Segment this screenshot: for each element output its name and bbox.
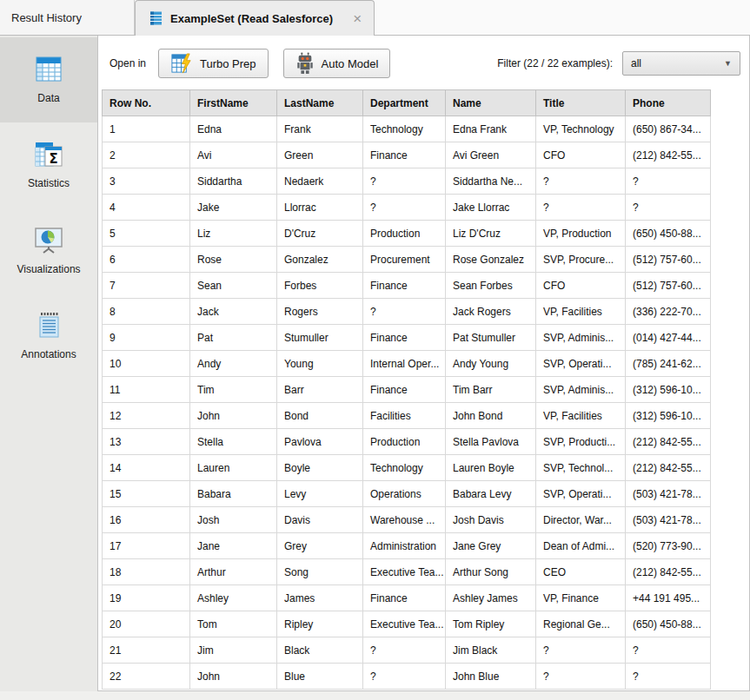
- table-cell[interactable]: VP, Finance: [536, 585, 626, 611]
- table-cell[interactable]: Siddartha: [190, 168, 277, 195]
- table-cell[interactable]: 6: [103, 247, 190, 273]
- table-cell[interactable]: (503) 421-78...: [626, 481, 711, 507]
- table-cell[interactable]: Lauren: [190, 455, 277, 481]
- table-cell[interactable]: Young: [277, 351, 363, 377]
- table-cell[interactable]: Davis: [277, 507, 363, 533]
- table-cell[interactable]: Finance: [363, 377, 446, 403]
- table-cell[interactable]: Avi: [190, 142, 277, 168]
- table-cell[interactable]: CEO: [536, 559, 626, 585]
- table-cell[interactable]: (650) 867-34...: [626, 116, 711, 142]
- table-cell[interactable]: 3: [103, 168, 190, 195]
- table-cell[interactable]: 20: [103, 611, 190, 637]
- table-row[interactable]: 9PatStumullerFinancePat StumullerSVP, Ad…: [103, 325, 711, 351]
- table-cell[interactable]: ?: [536, 168, 626, 195]
- table-cell[interactable]: 21: [103, 637, 190, 664]
- table-cell[interactable]: Finance: [363, 142, 446, 168]
- column-header-department[interactable]: Department: [363, 90, 446, 116]
- table-cell[interactable]: (212) 842-55...: [626, 559, 711, 585]
- table-cell[interactable]: John Blue: [446, 664, 536, 690]
- table-cell[interactable]: ?: [363, 637, 446, 664]
- table-row[interactable]: 5LizD'CruzProductionLiz D'CruzVP, Produc…: [103, 221, 711, 247]
- table-cell[interactable]: ?: [363, 195, 446, 221]
- tab-exampleset[interactable]: ExampleSet (Read Salesforce) ×: [135, 0, 375, 36]
- table-cell[interactable]: Tom Ripley: [446, 611, 536, 637]
- table-cell[interactable]: Jim Black: [446, 637, 536, 664]
- tab-result-history[interactable]: Result History: [0, 0, 135, 35]
- table-cell[interactable]: (512) 757-60...: [626, 273, 711, 299]
- table-cell[interactable]: +44 191 495...: [626, 585, 711, 611]
- table-cell[interactable]: CFO: [536, 142, 626, 168]
- table-cell[interactable]: 12: [103, 403, 190, 429]
- table-row[interactable]: 11TimBarrFinanceTim BarrSVP, Adminis...(…: [103, 377, 711, 403]
- table-cell[interactable]: Song: [277, 559, 363, 585]
- table-cell[interactable]: Jane Grey: [446, 533, 536, 559]
- table-cell[interactable]: Josh Davis: [446, 507, 536, 533]
- table-cell[interactable]: Technology: [363, 455, 446, 481]
- table-cell[interactable]: Ripley: [277, 611, 363, 637]
- table-cell[interactable]: 4: [103, 195, 190, 221]
- table-cell[interactable]: Avi Green: [446, 142, 536, 168]
- table-row[interactable]: 8JackRogers?Jack RogersVP, Facilities(33…: [103, 299, 711, 325]
- table-cell[interactable]: (312) 596-10...: [626, 377, 711, 403]
- table-cell[interactable]: Rogers: [277, 299, 363, 325]
- table-cell[interactable]: 13: [103, 429, 190, 455]
- table-cell[interactable]: Rose Gonzalez: [446, 247, 536, 273]
- table-cell[interactable]: Production: [363, 221, 446, 247]
- table-row[interactable]: 16JoshDavisWarehouse ...Josh DavisDirect…: [103, 507, 711, 533]
- table-cell[interactable]: Andy: [190, 351, 277, 377]
- table-cell[interactable]: Jake Llorrac: [446, 195, 536, 221]
- table-cell[interactable]: Warehouse ...: [363, 507, 446, 533]
- table-cell[interactable]: Grey: [277, 533, 363, 559]
- table-cell[interactable]: Sean Forbes: [446, 273, 536, 299]
- table-cell[interactable]: Director, War...: [536, 507, 626, 533]
- table-cell[interactable]: CFO: [536, 273, 626, 299]
- filter-dropdown[interactable]: all ▼: [622, 51, 740, 76]
- table-cell[interactable]: Technology: [363, 116, 446, 142]
- table-cell[interactable]: 11: [103, 377, 190, 403]
- table-cell[interactable]: Jane: [190, 533, 277, 559]
- table-cell[interactable]: VP, Facilities: [536, 403, 626, 429]
- table-row[interactable]: 10AndyYoungInternal Oper...Andy YoungSVP…: [103, 351, 711, 377]
- table-cell[interactable]: Stella: [190, 429, 277, 455]
- sidebar-item-visualizations[interactable]: Visualizations: [0, 208, 97, 293]
- table-cell[interactable]: SVP, Adminis...: [536, 377, 626, 403]
- table-cell[interactable]: 7: [103, 273, 190, 299]
- table-cell[interactable]: Regional Ge...: [536, 611, 626, 637]
- table-cell[interactable]: John: [190, 664, 277, 690]
- table-cell[interactable]: Andy Young: [446, 351, 536, 377]
- table-cell[interactable]: (520) 773-90...: [626, 533, 711, 559]
- table-cell[interactable]: 15: [103, 481, 190, 507]
- table-cell[interactable]: Pat Stumuller: [446, 325, 536, 351]
- table-row[interactable]: 4JakeLlorrac?Jake Llorrac??: [103, 195, 711, 221]
- column-header-phone[interactable]: Phone: [626, 90, 711, 116]
- table-cell[interactable]: Green: [277, 142, 363, 168]
- table-cell[interactable]: ?: [536, 664, 626, 690]
- table-cell[interactable]: (212) 842-55...: [626, 142, 711, 168]
- table-cell[interactable]: VP, Technology: [536, 116, 626, 142]
- column-header-firstname[interactable]: FirstName: [190, 90, 277, 116]
- table-cell[interactable]: Nedaerk: [277, 168, 363, 195]
- table-cell[interactable]: Production: [363, 429, 446, 455]
- table-cell[interactable]: Babara Levy: [446, 481, 536, 507]
- table-cell[interactable]: ?: [363, 299, 446, 325]
- table-cell[interactable]: SVP, Operati...: [536, 351, 626, 377]
- table-cell[interactable]: 9: [103, 325, 190, 351]
- sidebar-item-annotations[interactable]: Annotations: [0, 293, 97, 378]
- table-row[interactable]: 22JohnBlue?John Blue??: [103, 664, 711, 690]
- table-cell[interactable]: Liz D'Cruz: [446, 221, 536, 247]
- table-cell[interactable]: Babara: [190, 481, 277, 507]
- table-row[interactable]: 19AshleyJamesFinanceAshley JamesVP, Fina…: [103, 585, 711, 611]
- table-cell[interactable]: (785) 241-62...: [626, 351, 711, 377]
- table-cell[interactable]: Liz: [190, 221, 277, 247]
- table-row[interactable]: 7SeanForbesFinanceSean ForbesCFO(512) 75…: [103, 273, 711, 299]
- table-cell[interactable]: James: [277, 585, 363, 611]
- table-cell[interactable]: 10: [103, 351, 190, 377]
- table-cell[interactable]: 14: [103, 455, 190, 481]
- table-cell[interactable]: 8: [103, 299, 190, 325]
- table-cell[interactable]: Sean: [190, 273, 277, 299]
- auto-model-button[interactable]: Auto Model: [283, 49, 391, 78]
- turbo-prep-button[interactable]: Turbo Prep: [158, 49, 269, 78]
- table-cell[interactable]: Finance: [363, 273, 446, 299]
- table-row[interactable]: 17JaneGreyAdministrationJane GreyDean of…: [103, 533, 711, 559]
- table-cell[interactable]: Black: [277, 637, 363, 664]
